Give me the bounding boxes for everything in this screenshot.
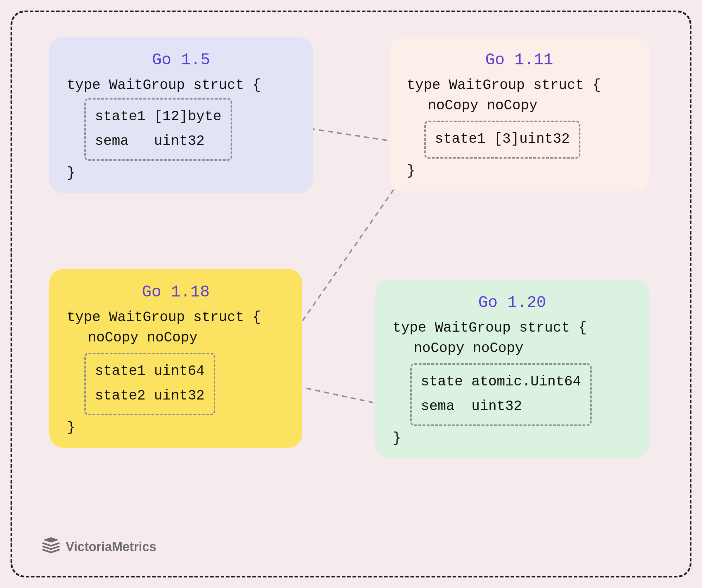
panel-go-1-5: Go 1.5 type WaitGroup struct { state1 [1…	[49, 37, 313, 193]
struct-field: state1 [12]byte	[95, 104, 221, 129]
struct-close: }	[63, 164, 299, 183]
struct-open: type WaitGroup struct {	[63, 308, 288, 327]
struct-close: }	[63, 419, 288, 437]
panel-title: Go 1.5	[63, 51, 299, 69]
struct-field-nocopy: noCopy noCopy	[403, 97, 635, 115]
panel-go-1-20: Go 1.20 type WaitGroup struct { noCopy n…	[375, 280, 649, 458]
struct-fields-box: state atomic.Uint64 sema uint32	[410, 363, 592, 426]
panel-go-1-11: Go 1.11 type WaitGroup struct { noCopy n…	[389, 37, 649, 191]
panel-title: Go 1.20	[389, 294, 635, 312]
struct-open: type WaitGroup struct {	[389, 319, 635, 337]
struct-field-nocopy: noCopy noCopy	[389, 339, 635, 358]
struct-field: state1 [3]uint32	[435, 127, 570, 152]
panel-title: Go 1.11	[403, 51, 635, 69]
panel-go-1-18: Go 1.18 type WaitGroup struct { noCopy n…	[49, 269, 302, 448]
panel-title: Go 1.18	[63, 283, 288, 301]
diagram-canvas: Go 1.5 type WaitGroup struct { state1 [1…	[11, 11, 691, 577]
struct-field-nocopy: noCopy noCopy	[63, 329, 288, 347]
struct-close: }	[403, 162, 635, 180]
brand-text: VictoriaMetrics	[66, 539, 156, 554]
brand: VictoriaMetrics	[40, 535, 156, 558]
struct-fields-box: state1 uint64 state2 uint32	[84, 353, 215, 415]
struct-open: type WaitGroup struct {	[63, 76, 299, 95]
struct-field: sema uint32	[421, 394, 581, 419]
struct-field: state1 uint64	[95, 359, 205, 384]
struct-open: type WaitGroup struct {	[403, 76, 635, 95]
brand-logo-icon	[40, 535, 62, 558]
struct-field: sema uint32	[95, 129, 221, 154]
struct-fields-box: state1 [3]uint32	[424, 121, 580, 159]
struct-close: }	[389, 429, 635, 448]
struct-field: state2 uint32	[95, 384, 205, 408]
struct-field: state atomic.Uint64	[421, 370, 581, 394]
struct-fields-box: state1 [12]byte sema uint32	[84, 98, 232, 161]
